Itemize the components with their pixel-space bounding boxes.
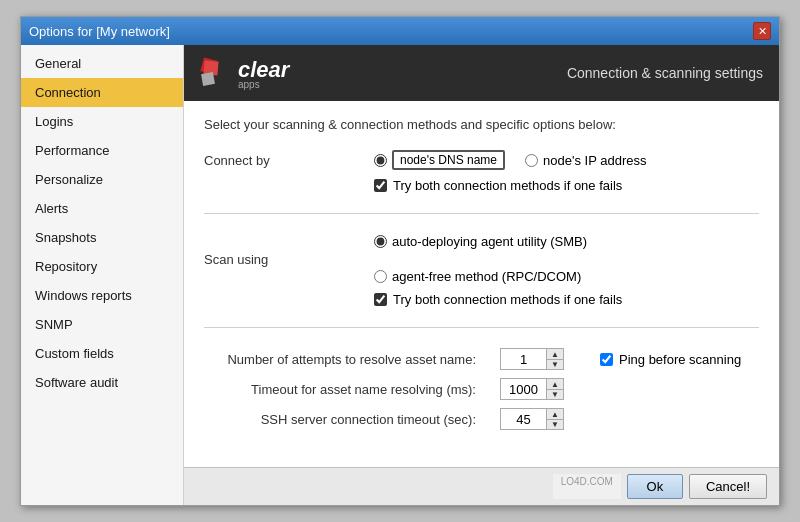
scan-using-row: Scan using auto-deploying agent utility … [204, 234, 759, 284]
close-button[interactable]: ✕ [753, 22, 771, 40]
scan-using-label: Scan using [204, 252, 374, 267]
connect-dns-label: node's DNS name [392, 150, 505, 170]
ssh-row: SSH server connection timeout (sec): ▲ ▼ [204, 408, 759, 430]
ssh-spin-buttons: ▲ ▼ [546, 409, 563, 429]
ssh-spinbox: ▲ ▼ [500, 408, 564, 430]
attempts-label: Number of attempts to resolve asset name… [204, 352, 484, 367]
ssh-spin-up[interactable]: ▲ [547, 409, 563, 419]
main-content: clear apps Connection & scanning setting… [184, 45, 779, 505]
connect-try-both-checkbox[interactable] [374, 179, 387, 192]
ssh-label: SSH server connection timeout (sec): [204, 412, 484, 427]
title-bar: Options for [My network] ✕ [21, 17, 779, 45]
timeout-input[interactable] [501, 379, 546, 399]
sidebar-item-alerts[interactable]: Alerts [21, 194, 183, 223]
scan-using-section: Scan using auto-deploying agent utility … [204, 234, 759, 328]
svg-rect-2 [201, 72, 215, 86]
ssh-spin-down[interactable]: ▼ [547, 419, 563, 429]
timeout-label: Timeout for asset name resolving (ms): [204, 382, 484, 397]
scan-smb-option[interactable]: auto-deploying agent utility (SMB) [374, 234, 587, 249]
header-bar: clear apps Connection & scanning setting… [184, 45, 779, 101]
window-title: Options for [My network] [29, 24, 170, 39]
sidebar-item-custom-fields[interactable]: Custom fields [21, 339, 183, 368]
sidebar-item-windows-reports[interactable]: Windows reports [21, 281, 183, 310]
footer-bar: LO4D.COM Ok Cancel! [184, 467, 779, 505]
connect-ip-label: node's IP address [543, 153, 646, 168]
scan-smb-label: auto-deploying agent utility (SMB) [392, 234, 587, 249]
connect-by-section: Connect by node's DNS name node's IP add… [204, 150, 759, 214]
sidebar-item-logins[interactable]: Logins [21, 107, 183, 136]
number-inputs-section: Number of attempts to resolve asset name… [204, 348, 759, 454]
sidebar-item-connection[interactable]: Connection [21, 78, 183, 107]
connect-dns-option[interactable]: node's DNS name [374, 150, 505, 170]
header-title: Connection & scanning settings [567, 65, 763, 81]
sidebar-item-personalize[interactable]: Personalize [21, 165, 183, 194]
sidebar-item-snmp[interactable]: SNMP [21, 310, 183, 339]
window-body: GeneralConnectionLoginsPerformancePerson… [21, 45, 779, 505]
attempts-spin-up[interactable]: ▲ [547, 349, 563, 359]
sidebar-item-general[interactable]: General [21, 49, 183, 78]
attempts-spin-down[interactable]: ▼ [547, 359, 563, 369]
sidebar-item-snapshots[interactable]: Snapshots [21, 223, 183, 252]
scan-try-both-checkbox[interactable] [374, 293, 387, 306]
scan-rpc-radio[interactable] [374, 270, 387, 283]
timeout-spinbox: ▲ ▼ [500, 378, 564, 400]
connect-ip-radio[interactable] [525, 154, 538, 167]
sidebar-item-software-audit[interactable]: Software audit [21, 368, 183, 397]
section-description: Select your scanning & connection method… [204, 117, 759, 132]
cancel-button[interactable]: Cancel! [689, 474, 767, 499]
scan-rpc-option[interactable]: agent-free method (RPC/DCOM) [374, 269, 581, 284]
scan-try-both-label: Try both connection methods if one fails [393, 292, 622, 307]
timeout-row: Timeout for asset name resolving (ms): ▲… [204, 378, 759, 400]
attempts-spin-buttons: ▲ ▼ [546, 349, 563, 369]
connect-by-options: node's DNS name node's IP address [374, 150, 646, 170]
connect-by-row: Connect by node's DNS name node's IP add… [204, 150, 759, 170]
ping-check-group: Ping before scanning [600, 352, 741, 367]
connect-ip-option[interactable]: node's IP address [525, 153, 646, 168]
ping-label: Ping before scanning [619, 352, 741, 367]
connect-dns-radio[interactable] [374, 154, 387, 167]
timeout-spin-buttons: ▲ ▼ [546, 379, 563, 399]
attempts-spinbox: ▲ ▼ [500, 348, 564, 370]
sidebar-item-repository[interactable]: Repository [21, 252, 183, 281]
sidebar-item-performance[interactable]: Performance [21, 136, 183, 165]
ok-button[interactable]: Ok [627, 474, 683, 499]
timeout-spin-down[interactable]: ▼ [547, 389, 563, 399]
logo-icon [200, 57, 232, 89]
ping-checkbox[interactable] [600, 353, 613, 366]
content-area: Select your scanning & connection method… [184, 101, 779, 467]
scan-using-options: auto-deploying agent utility (SMB) agent… [374, 234, 759, 284]
main-window: Options for [My network] ✕ GeneralConnec… [20, 16, 780, 506]
ssh-input[interactable] [501, 409, 546, 429]
watermark: LO4D.COM [553, 474, 621, 499]
scan-try-both-row: Try both connection methods if one fails [374, 292, 759, 307]
sidebar: GeneralConnectionLoginsPerformancePerson… [21, 45, 184, 505]
timeout-spin-up[interactable]: ▲ [547, 379, 563, 389]
logo-area: clear apps [200, 57, 289, 90]
connect-try-both-row: Try both connection methods if one fails [374, 178, 759, 193]
connect-try-both-label: Try both connection methods if one fails [393, 178, 622, 193]
scan-smb-radio[interactable] [374, 235, 387, 248]
scan-rpc-label: agent-free method (RPC/DCOM) [392, 269, 581, 284]
connect-by-label: Connect by [204, 153, 374, 168]
attempts-input[interactable] [501, 349, 546, 369]
attempts-row: Number of attempts to resolve asset name… [204, 348, 759, 370]
